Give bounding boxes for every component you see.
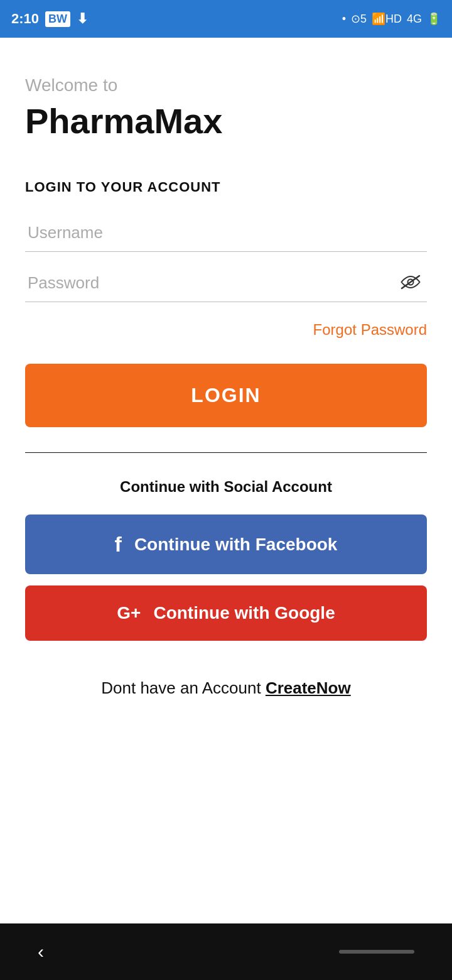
facebook-button-label: Continue with Facebook — [134, 535, 338, 555]
app-title: PharmaMax — [25, 101, 427, 141]
bw-icon: BW — [45, 11, 70, 27]
svg-line-1 — [402, 276, 419, 288]
status-bar-left: 2:10 BW ⬇ — [11, 11, 88, 27]
create-now-link[interactable]: CreateNow — [266, 678, 351, 697]
create-account-row: Dont have an Account CreateNow — [25, 678, 427, 698]
download-icon: ⬇ — [77, 11, 88, 27]
eye-icon[interactable] — [399, 273, 422, 293]
login-section-label: LOGIN TO YOUR ACCOUNT — [25, 179, 427, 195]
password-input-group — [25, 264, 427, 302]
battery-icon: 🔋 — [427, 12, 441, 26]
no-account-text: Dont have an Account — [101, 678, 266, 697]
google-login-button[interactable]: G+ Continue with Google — [25, 585, 427, 641]
status-bar: 2:10 BW ⬇ • ⊙5 📶HD 4G 🔋 — [0, 0, 452, 38]
welcome-label: Welcome to — [25, 75, 427, 95]
back-button[interactable]: ‹ — [38, 941, 44, 962]
status-bar-right: • ⊙5 📶HD 4G 🔋 — [342, 12, 441, 26]
password-input[interactable] — [25, 264, 427, 302]
network-icon: 4G — [407, 13, 422, 26]
status-time: 2:10 — [11, 11, 39, 27]
social-section-label: Continue with Social Account — [25, 478, 427, 496]
facebook-login-button[interactable]: f Continue with Facebook — [25, 514, 427, 574]
google-icon: G+ — [117, 603, 141, 623]
login-button[interactable]: LOGIN — [25, 364, 427, 427]
divider — [25, 452, 427, 453]
facebook-icon: f — [115, 532, 122, 557]
dot-icon: • — [342, 13, 346, 26]
forgot-password-link[interactable]: Forgot Password — [313, 321, 427, 338]
home-indicator[interactable] — [339, 950, 414, 954]
wifi-icon: ⊙5 — [351, 12, 367, 26]
username-input[interactable] — [25, 214, 427, 252]
google-button-label: Continue with Google — [153, 603, 335, 623]
main-content: Welcome to PharmaMax LOGIN TO YOUR ACCOU… — [0, 38, 452, 923]
nav-bar: ‹ — [0, 923, 452, 980]
forgot-password-row: Forgot Password — [25, 321, 427, 339]
signal-icon: 📶HD — [372, 12, 402, 26]
username-input-group — [25, 214, 427, 252]
